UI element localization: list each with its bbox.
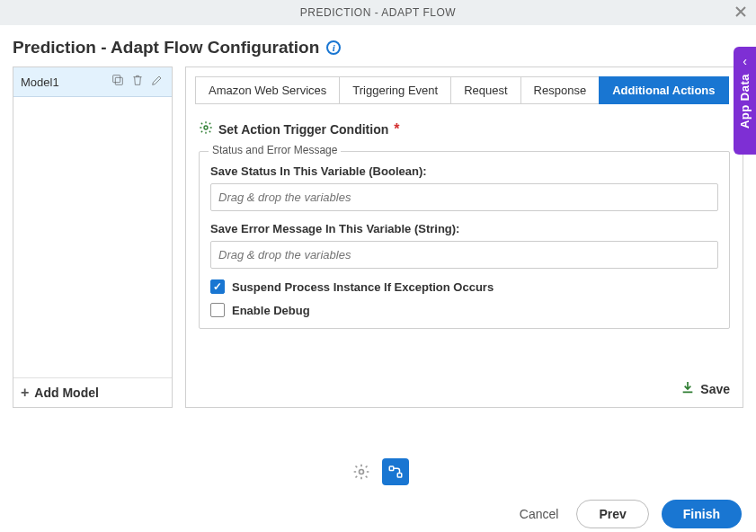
app-data-label: App Data [738, 74, 752, 129]
svg-rect-0 [115, 77, 122, 84]
status-variable-input[interactable] [210, 183, 718, 211]
action-heading: Set Action Trigger Condition [218, 122, 388, 137]
save-label: Save [700, 382, 730, 396]
tab-response[interactable]: Response [520, 76, 600, 104]
delete-icon[interactable] [130, 73, 145, 91]
save-button[interactable]: Save [680, 380, 730, 398]
tabs: Amazon Web Services Triggering Event Req… [195, 76, 734, 104]
cancel-button[interactable]: Cancel [514, 506, 565, 522]
status-variable-label: Save Status In This Variable (Boolean): [210, 164, 718, 178]
fieldset-legend: Status and Error Message [209, 144, 341, 156]
svg-rect-1 [113, 75, 120, 83]
add-model-button[interactable]: + Add Model [13, 377, 172, 407]
tab-additional-actions[interactable]: Additional Actions [599, 76, 728, 104]
content-panel: Amazon Web Services Triggering Event Req… [185, 66, 743, 408]
app-data-tab[interactable]: ‹ App Data [734, 47, 756, 155]
info-icon[interactable]: i [326, 40, 341, 55]
tab-aws[interactable]: Amazon Web Services [195, 76, 340, 104]
bottom-buttons: Cancel Prev Finish [514, 500, 742, 528]
close-icon[interactable] [734, 5, 747, 22]
prev-button[interactable]: Prev [576, 500, 648, 528]
header: Prediction - Adapt Flow Configuration i [0, 25, 756, 66]
svg-point-3 [359, 470, 363, 474]
gear-icon[interactable] [199, 120, 213, 138]
plus-icon: + [21, 386, 29, 400]
svg-point-2 [204, 126, 208, 129]
settings-icon[interactable] [348, 458, 375, 485]
action-heading-row: Set Action Trigger Condition * [199, 120, 730, 138]
page-title: Prediction - Adapt Flow Configuration [13, 38, 319, 58]
svg-rect-5 [397, 474, 402, 478]
tab-request[interactable]: Request [450, 76, 520, 104]
models-sidebar: Model1 + Add Model [13, 66, 173, 408]
titlebar-text: PREDICTION - ADAPT FLOW [300, 6, 456, 19]
edit-icon[interactable] [150, 73, 165, 91]
error-variable-label: Save Error Message In This Variable (Str… [210, 222, 718, 235]
error-variable-input[interactable] [210, 241, 718, 269]
titlebar: PREDICTION - ADAPT FLOW [0, 0, 756, 25]
flow-icon[interactable] [382, 458, 409, 485]
copy-icon[interactable] [111, 73, 125, 91]
model-name: Model1 [21, 75, 59, 89]
suspend-checkbox[interactable] [210, 279, 225, 294]
tab-triggering-event[interactable]: Triggering Event [339, 76, 451, 104]
required-marker: * [394, 121, 399, 137]
add-model-label: Add Model [34, 386, 99, 400]
chevron-left-icon: ‹ [743, 54, 747, 68]
status-error-fieldset: Status and Error Message Save Status In … [199, 151, 730, 329]
bottom-icon-bar [0, 458, 756, 485]
suspend-label: Suspend Process Instance If Exception Oc… [232, 280, 494, 294]
debug-checkbox[interactable] [210, 303, 225, 317]
model-row[interactable]: Model1 [13, 67, 172, 97]
finish-button[interactable]: Finish [662, 500, 742, 528]
debug-label: Enable Debug [232, 304, 310, 317]
svg-rect-4 [389, 466, 394, 471]
download-icon [680, 380, 695, 398]
